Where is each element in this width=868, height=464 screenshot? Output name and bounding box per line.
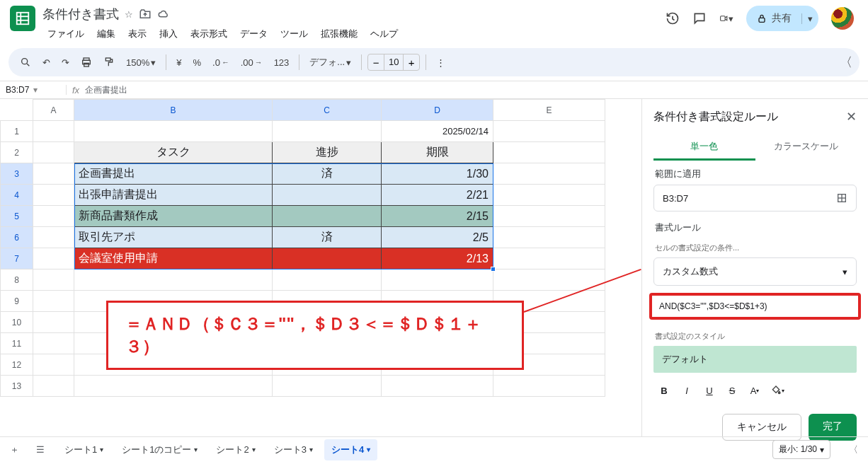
redo-icon[interactable]: ↷ (57, 54, 74, 71)
cell-empty[interactable] (273, 376, 382, 397)
col-C[interactable]: C (273, 100, 382, 121)
sheet-area[interactable]: A B C D E 12025/02/142タスク進捗期限3企画書提出済1/30… (0, 99, 641, 436)
font-size-value[interactable]: 10 (384, 54, 404, 70)
cell-A1[interactable] (33, 121, 74, 142)
paint-format-icon[interactable] (99, 54, 119, 71)
cell-empty[interactable] (33, 333, 74, 354)
row-12[interactable]: 12 (1, 354, 33, 376)
row-2[interactable]: 2 (1, 142, 33, 163)
menu-edit[interactable]: 編集 (92, 25, 120, 42)
style-preview[interactable]: デフォルト (653, 346, 857, 373)
row-1[interactable]: 1 (1, 121, 33, 142)
cell-E4[interactable] (493, 185, 605, 206)
history-icon[interactable] (666, 11, 680, 25)
row-7[interactable]: 7 (1, 248, 33, 269)
row-13[interactable]: 13 (1, 376, 33, 397)
grid-select-icon[interactable] (836, 192, 847, 204)
search-icon[interactable] (16, 54, 35, 71)
cell-C1[interactable] (273, 121, 382, 142)
col-A[interactable]: A (33, 100, 74, 121)
cell-C2[interactable]: 進捗 (273, 142, 382, 163)
row-9[interactable]: 9 (1, 291, 33, 312)
cell-E3[interactable] (493, 163, 605, 185)
cell-empty[interactable] (33, 291, 74, 312)
sheet-tab-3[interactable]: シート3▾ (267, 439, 320, 460)
cell-empty[interactable] (273, 269, 382, 291)
cell-B5[interactable]: 新商品書類作成 (74, 206, 273, 227)
formula-value[interactable]: 企画書提出 (85, 84, 127, 96)
cell-A6[interactable] (33, 227, 74, 248)
doc-title[interactable]: 条件付き書式 (42, 6, 119, 23)
font-size-inc[interactable]: + (404, 54, 419, 70)
col-B[interactable]: B (74, 100, 273, 121)
cell-B6[interactable]: 取引先アポ (74, 227, 273, 248)
cell-D4[interactable]: 2/21 (382, 185, 493, 206)
scroll-left-icon[interactable]: 〈 (845, 441, 862, 459)
menu-help[interactable]: ヘルプ (365, 25, 403, 42)
row-6[interactable]: 6 (1, 227, 33, 248)
bold-icon[interactable]: B (653, 380, 675, 401)
menu-format[interactable]: 表示形式 (185, 25, 232, 42)
sheet-tab-0[interactable]: シート1▾ (57, 439, 110, 460)
cell-empty[interactable] (33, 376, 74, 397)
avatar[interactable] (831, 7, 854, 30)
cell-C5[interactable] (273, 206, 382, 227)
add-sheet-icon[interactable]: ＋ (6, 441, 23, 459)
explore-min[interactable]: 最小: 1/30 ▾ (772, 440, 830, 459)
cell-E2[interactable] (493, 142, 605, 163)
cell-D5[interactable]: 2/15 (382, 206, 493, 227)
cell-empty[interactable] (382, 269, 493, 291)
font-select[interactable]: デフォ... ▾ (305, 53, 355, 71)
cell-E6[interactable] (493, 227, 605, 248)
italic-icon[interactable]: I (676, 380, 697, 401)
menu-extensions[interactable]: 拡張機能 (316, 25, 362, 42)
cell-C7[interactable] (273, 248, 382, 269)
increase-decimal-icon[interactable]: .00→ (236, 54, 267, 71)
menu-tools[interactable]: ツール (275, 25, 313, 42)
select-all-corner[interactable] (1, 100, 33, 121)
cell-D6[interactable]: 2/5 (382, 227, 493, 248)
cell-empty[interactable] (33, 269, 74, 291)
row-8[interactable]: 8 (1, 269, 33, 291)
toolbar-collapse-icon[interactable]: 〈 (840, 54, 852, 71)
share-button[interactable]: 共有 ▾ (746, 6, 818, 31)
more-icon[interactable]: ⋮ (432, 54, 450, 71)
col-D[interactable]: D (382, 100, 493, 121)
move-icon[interactable] (139, 8, 152, 21)
menu-insert[interactable]: 挿入 (154, 25, 183, 42)
cell-B2[interactable]: タスク (74, 142, 273, 163)
meet-icon[interactable]: ▾ (719, 11, 733, 25)
cell-empty[interactable] (74, 376, 273, 397)
tab-color-scale[interactable]: カラースケール (755, 134, 857, 161)
cell-C3[interactable]: 済 (273, 163, 382, 185)
comment-icon[interactable] (692, 11, 707, 25)
cell-A7[interactable] (33, 248, 74, 269)
format-number-icon[interactable]: 123 (270, 54, 294, 71)
zoom-select[interactable]: 150% ▾ (122, 54, 160, 71)
font-size-dec[interactable]: − (368, 54, 384, 70)
condition-dropdown[interactable]: カスタム数式▾ (653, 257, 857, 286)
cell-empty[interactable] (382, 376, 493, 397)
cell-C4[interactable] (273, 185, 382, 206)
cell-A4[interactable] (33, 185, 74, 206)
cell-D7[interactable]: 2/13 (382, 248, 493, 269)
sheet-tab-2[interactable]: シート2▾ (209, 439, 262, 460)
all-sheets-icon[interactable]: ☰ (32, 441, 49, 458)
cell-D1[interactable]: 2025/02/14 (382, 121, 493, 142)
close-icon[interactable]: ✕ (846, 109, 857, 124)
cell-B7[interactable]: 会議室使用申請 (74, 248, 273, 269)
strike-icon[interactable]: S (721, 380, 743, 401)
cell-A5[interactable] (33, 206, 74, 227)
share-dropdown[interactable]: ▾ (801, 13, 818, 24)
menu-view[interactable]: 表示 (123, 25, 152, 42)
print-icon[interactable] (76, 54, 96, 71)
cell-E5[interactable] (493, 206, 605, 227)
cell-D3[interactable]: 1/30 (382, 163, 493, 185)
name-box[interactable]: B3:D7▾ (0, 85, 67, 95)
menu-data[interactable]: データ (235, 25, 273, 42)
cell-empty[interactable] (493, 376, 605, 397)
undo-icon[interactable]: ↶ (38, 54, 55, 71)
cell-A3[interactable] (33, 163, 74, 185)
cell-E7[interactable] (493, 248, 605, 269)
range-input[interactable]: B3:D7 (653, 185, 857, 211)
